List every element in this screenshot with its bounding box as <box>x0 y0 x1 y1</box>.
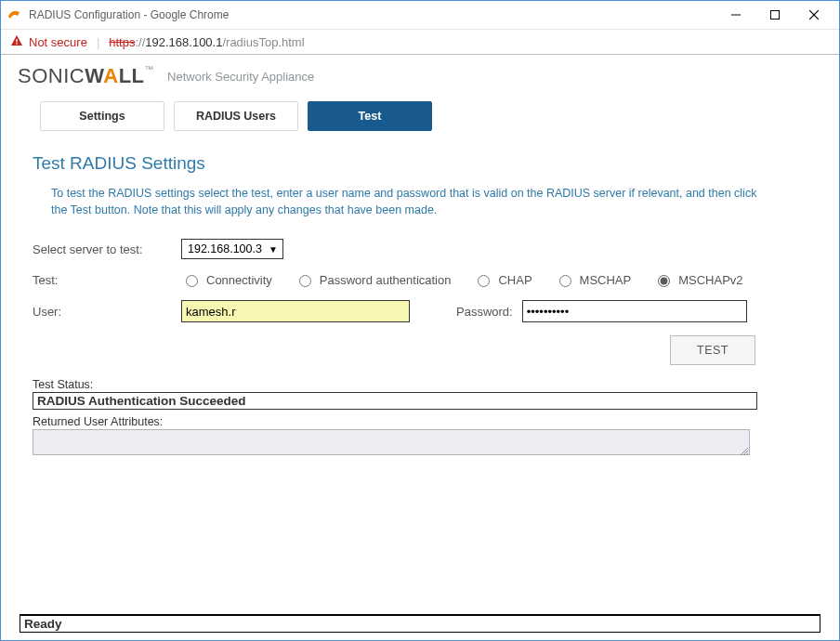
url-sep: :// <box>135 35 145 49</box>
svg-rect-1 <box>771 11 780 20</box>
warning-icon <box>10 34 23 50</box>
radio-mschap[interactable]: MSCHAP <box>555 272 632 287</box>
password-label: Password: <box>456 305 513 319</box>
section-title: Test RADIUS Settings <box>33 153 807 174</box>
app-window: RADIUS Configuration - Google Chrome Not… <box>0 0 840 641</box>
maximize-button[interactable] <box>755 2 794 28</box>
status-bar-text: Ready <box>20 615 820 633</box>
test-status-value: RADIUS Authentication Succeeded <box>33 392 757 410</box>
address-bar: Not secure | https://192.168.100.1/radiu… <box>1 30 839 55</box>
row-credentials: User: Password: <box>33 300 807 322</box>
status-bar: Ready <box>20 614 820 633</box>
server-select[interactable]: 192.168.100.3 <box>181 239 283 259</box>
svg-rect-4 <box>16 39 17 43</box>
server-label: Select server to test: <box>33 242 144 256</box>
radio-mschapv2[interactable]: MSCHAPv2 <box>653 272 742 287</box>
test-button[interactable]: TEST <box>670 335 755 365</box>
svg-line-8 <box>746 453 748 455</box>
address-separator: | <box>97 35 99 49</box>
radio-connectivity[interactable]: Connectivity <box>181 272 272 287</box>
section-intro: To test the RADIUS settings select the t… <box>51 185 757 218</box>
url-scheme: https <box>109 35 135 49</box>
window-titlebar: RADIUS Configuration - Google Chrome <box>1 1 839 30</box>
url-host: 192.168.100.1 <box>145 35 222 49</box>
not-secure-label: Not secure <box>29 35 87 49</box>
sonicwall-logo: SONICWALL™ <box>18 64 154 88</box>
url-path: /radiusTop.html <box>222 35 304 49</box>
test-type-radios: Connectivity Password authentication CHA… <box>181 272 743 287</box>
tab-radius-users[interactable]: RADIUS Users <box>174 101 298 131</box>
brand-subtitle: Network Security Appliance <box>167 70 314 84</box>
returned-attr-box[interactable] <box>33 429 750 455</box>
user-label: User: <box>33 305 144 319</box>
minimize-button[interactable] <box>716 2 755 28</box>
url-display[interactable]: https://192.168.100.1/radiusTop.html <box>109 35 304 49</box>
resize-handle-icon[interactable] <box>739 444 748 453</box>
brand-header: SONICWALL™ Network Security Appliance <box>1 55 839 96</box>
tab-test[interactable]: Test <box>308 101 432 131</box>
content-area: Test RADIUS Settings To test the RADIUS … <box>1 142 839 614</box>
tab-settings[interactable]: Settings <box>40 101 164 131</box>
tab-bar: Settings RADIUS Users Test <box>1 96 839 142</box>
returned-attr-label: Returned User Attributes: <box>33 415 807 428</box>
window-title: RADIUS Configuration - Google Chrome <box>29 8 716 21</box>
row-test-type: Test: Connectivity Password authenticati… <box>33 272 807 287</box>
radio-chap[interactable]: CHAP <box>473 272 532 287</box>
test-label: Test: <box>33 273 144 287</box>
password-input[interactable] <box>522 300 747 322</box>
sonicwall-icon <box>7 7 23 23</box>
user-input[interactable] <box>181 300 410 322</box>
test-status-label: Test Status: <box>33 378 807 391</box>
row-select-server: Select server to test: 192.168.100.3 ▼ <box>33 239 807 259</box>
close-button[interactable] <box>794 2 833 28</box>
radio-password-auth[interactable]: Password authentication <box>295 272 452 287</box>
svg-rect-5 <box>16 43 17 44</box>
